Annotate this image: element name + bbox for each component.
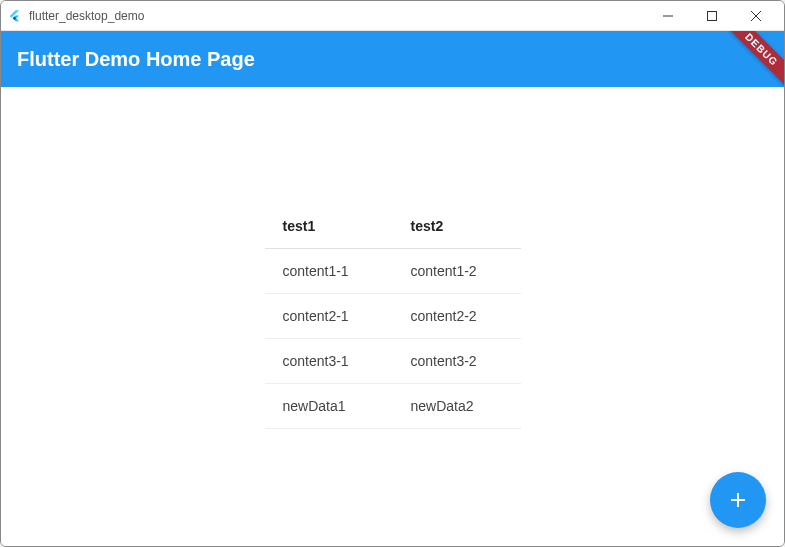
table-cell: content2-1 bbox=[265, 294, 393, 339]
page-title: Flutter Demo Home Page bbox=[17, 48, 255, 71]
flutter-icon bbox=[7, 8, 23, 24]
close-button[interactable] bbox=[734, 2, 778, 30]
app-bar: Flutter Demo Home Page bbox=[1, 31, 784, 87]
maximize-button[interactable] bbox=[690, 2, 734, 30]
add-button[interactable] bbox=[710, 472, 766, 528]
app-body: Flutter Demo Home Page DEBUG test1 test2… bbox=[1, 31, 784, 546]
minimize-button[interactable] bbox=[646, 2, 690, 30]
data-table: test1 test2 content1-1 content1-2 conten… bbox=[265, 204, 521, 429]
table-cell: content1-2 bbox=[393, 249, 521, 294]
table-row[interactable]: newData1 newData2 bbox=[265, 384, 521, 429]
table-row[interactable]: content1-1 content1-2 bbox=[265, 249, 521, 294]
table-header-cell[interactable]: test2 bbox=[393, 204, 521, 249]
table-cell: content1-1 bbox=[265, 249, 393, 294]
table-header-cell[interactable]: test1 bbox=[265, 204, 393, 249]
plus-icon bbox=[726, 488, 750, 512]
window-controls bbox=[646, 2, 778, 30]
table-header-row: test1 test2 bbox=[265, 204, 521, 249]
content-area: test1 test2 content1-1 content1-2 conten… bbox=[1, 87, 784, 546]
table-cell: content3-2 bbox=[393, 339, 521, 384]
window-title: flutter_desktop_demo bbox=[29, 9, 646, 23]
table-cell: newData1 bbox=[265, 384, 393, 429]
app-window: flutter_desktop_demo Flutter Demo Home P… bbox=[0, 0, 785, 547]
svg-rect-1 bbox=[708, 11, 717, 20]
table-cell: content2-2 bbox=[393, 294, 521, 339]
table-cell: content3-1 bbox=[265, 339, 393, 384]
window-titlebar: flutter_desktop_demo bbox=[1, 1, 784, 31]
table-cell: newData2 bbox=[393, 384, 521, 429]
table-row[interactable]: content3-1 content3-2 bbox=[265, 339, 521, 384]
table-row[interactable]: content2-1 content2-2 bbox=[265, 294, 521, 339]
